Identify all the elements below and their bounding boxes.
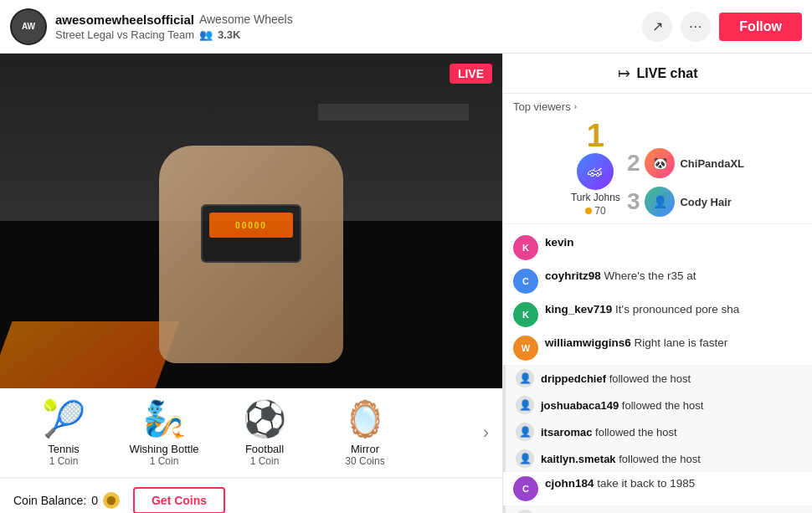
header-actions: ↗ ··· Follow: [642, 12, 802, 42]
username-king-kev719: king_kev719: [545, 303, 615, 315]
viewer-2-name: ChiPandaXL: [680, 157, 744, 170]
avatar-king-kev719: K: [513, 302, 538, 327]
mirror-cost: 30 Coins: [345, 455, 384, 467]
rank-1-number: 1: [587, 120, 604, 151]
subtitle: Street Legal vs Racing Team: [55, 28, 194, 41]
chat-message-kevin: K kevin: [503, 231, 812, 264]
follow-icon-itsaromac: 👤: [516, 423, 534, 441]
top-viewers-chevron: ›: [574, 102, 577, 111]
viewer-1-avatar: 🏎: [577, 153, 614, 190]
video-background: 00000: [0, 54, 502, 388]
avatar-coyhritz98: C: [513, 269, 538, 294]
follow-icon-kaitlyn-smetak: 👤: [516, 449, 534, 468]
mirror-name: Mirror: [351, 443, 379, 455]
chat-header: ↦ LIVE chat: [503, 54, 812, 94]
channel-avatar: AW: [10, 8, 47, 45]
top-viewers-section: Top viewers › 1 🏎 Turk Johns 70: [503, 94, 812, 224]
chat-message-williamwiggins6: W williamwiggins6 Right lane is faster: [503, 331, 812, 365]
chat-message-cjohn184: C cjohn184 take it back to 1985: [503, 472, 812, 505]
chat-header-title: LIVE chat: [637, 66, 698, 81]
username-coyhritz98: coyhritz98: [545, 269, 604, 282]
football-name: Football: [245, 443, 284, 455]
live-chat-icon: ↦: [618, 64, 630, 83]
viewer-3-avatar: 👤: [645, 187, 675, 217]
gifts-row: 🎾 Tennis 1 Coin 🧞 Wishing Bottle 1 Coin …: [0, 388, 502, 478]
viewer-1-name: Turk Johns: [571, 192, 620, 203]
text-king-kev719: It's pronounced pore sha: [615, 303, 739, 315]
follow-itsaromac: 👤 itsaromac followed the host: [503, 418, 812, 445]
gifts-next-arrow[interactable]: ›: [483, 422, 489, 444]
username-itsaromac: itsaromac: [541, 426, 595, 439]
viewer-2-avatar: 🐼: [645, 148, 675, 178]
username-cjohn184: cjohn184: [545, 477, 597, 490]
right-panel: ↦ LIVE chat Top viewers › 1 🏎 Turk Johns: [502, 54, 812, 513]
left-panel: 00000 LIVE 🎾 Tennis 1 Coin 🧞 Wishing Bot…: [0, 54, 502, 513]
live-badge: LIVE: [450, 64, 492, 84]
viewer-rank-3: 3 👤 Cody Hair: [627, 187, 732, 217]
header: AW awesomewheelsofficial Awesome Wheels …: [0, 0, 812, 54]
viewer-rank-1: 1 🏎 Turk Johns 70: [571, 120, 620, 217]
gift-item-football[interactable]: ⚽ Football 1 Coin: [214, 398, 315, 467]
text-williamwiggins6: Right lane is faster: [635, 336, 728, 349]
follow-button[interactable]: Follow: [719, 13, 802, 41]
coin-icon: ⬤: [103, 492, 120, 509]
follow-scoringgalaxy84: 👤 scoringgalaxy84 followed the host: [503, 505, 812, 513]
chat-message-coyhritz98: C coyhritz98 Where's the r35 at: [503, 264, 812, 298]
football-cost: 1 Coin: [250, 455, 280, 467]
follow-text-drippedchief: followed the host: [609, 372, 691, 385]
wishing-bottle-cost: 1 Coin: [150, 455, 179, 467]
username: awesomewheelsofficial: [55, 13, 194, 27]
coin-count: 0: [91, 494, 98, 507]
gift-item-tennis[interactable]: 🎾 Tennis 1 Coin: [13, 398, 114, 467]
follow-joshuabaca149: 👤 joshuabaca149 followed the host: [503, 392, 812, 418]
follow-drippedchief: 👤 drippedchief followed the host: [503, 365, 812, 392]
chat-messages: K kevin C coyhritz98 Where's the r35 at …: [503, 224, 812, 513]
text-cjohn184: take it back to 1985: [597, 477, 695, 490]
gift-item-mirror[interactable]: 🪞 Mirror 30 Coins: [315, 398, 415, 467]
share-button[interactable]: ↗: [642, 12, 672, 42]
viewer-rank-2: 2 🐼 ChiPandaXL: [627, 148, 744, 178]
bottom-bar: Coin Balance: 0 ⬤ Get Coins: [0, 478, 502, 513]
more-icon: ···: [689, 19, 702, 34]
mirror-icon: 🪞: [343, 398, 387, 439]
wishing-bottle-name: Wishing Bottle: [129, 443, 198, 455]
avatar-williamwiggins6: W: [513, 336, 538, 361]
viewer-3-name: Cody Hair: [680, 196, 731, 208]
follow-icon-drippedchief: 👤: [516, 369, 534, 387]
display-name: Awesome Wheels: [199, 13, 293, 26]
follow-kaitlyn-smetak: 👤 kaitlyn.smetak followed the host: [503, 445, 812, 472]
tennis-gift-icon: 🎾: [42, 398, 85, 439]
follow-text-itsaromac: followed the host: [595, 426, 677, 439]
main-layout: 00000 LIVE 🎾 Tennis 1 Coin 🧞 Wishing Bot…: [0, 54, 812, 513]
more-button[interactable]: ···: [681, 12, 711, 42]
football-icon: ⚽: [243, 398, 286, 439]
username-joshuabaca149: joshuabaca149: [541, 399, 622, 412]
tennis-gift-name: Tennis: [48, 443, 80, 455]
followers-count: 3.3K: [218, 28, 240, 41]
username-drippedchief: drippedchief: [541, 372, 609, 385]
share-icon: ↗: [652, 18, 663, 34]
channel-info: awesomewheelsofficial Awesome Wheels Str…: [55, 13, 642, 41]
gift-item-wishing-bottle[interactable]: 🧞 Wishing Bottle 1 Coin: [114, 398, 214, 467]
coin-balance: Coin Balance: 0 ⬤: [13, 492, 120, 509]
username-kevin: kevin: [545, 236, 574, 249]
get-coins-button[interactable]: Get Coins: [133, 487, 225, 514]
chat-message-king-kev719: K king_kev719 It's pronounced pore sha: [503, 298, 812, 331]
tennis-gift-cost: 1 Coin: [49, 455, 79, 467]
followers-icon: 👥: [199, 28, 213, 41]
username-kaitlyn-smetak: kaitlyn.smetak: [541, 453, 619, 465]
avatar-cjohn184: C: [513, 476, 538, 501]
follow-icon-joshuabaca149: 👤: [516, 396, 534, 414]
text-coyhritz98: Where's the r35 at: [604, 269, 696, 282]
follow-icon-scoringgalaxy84: 👤: [516, 510, 534, 513]
viewer-1-score: 70: [585, 205, 605, 217]
follow-text-kaitlyn-smetak: followed the host: [619, 453, 701, 465]
top-viewers-label[interactable]: Top viewers ›: [513, 100, 802, 113]
avatar-kevin: K: [513, 235, 538, 260]
viewers-right-column: 2 🐼 ChiPandaXL 3 👤: [627, 148, 744, 217]
video-area: 00000 LIVE: [0, 54, 502, 388]
wishing-bottle-icon: 🧞: [142, 398, 186, 439]
viewers-row: 1 🏎 Turk Johns 70 2 🐼: [513, 120, 802, 217]
username-williamwiggins6: williamwiggins6: [545, 336, 635, 349]
follow-text-joshuabaca149: followed the host: [622, 399, 704, 412]
